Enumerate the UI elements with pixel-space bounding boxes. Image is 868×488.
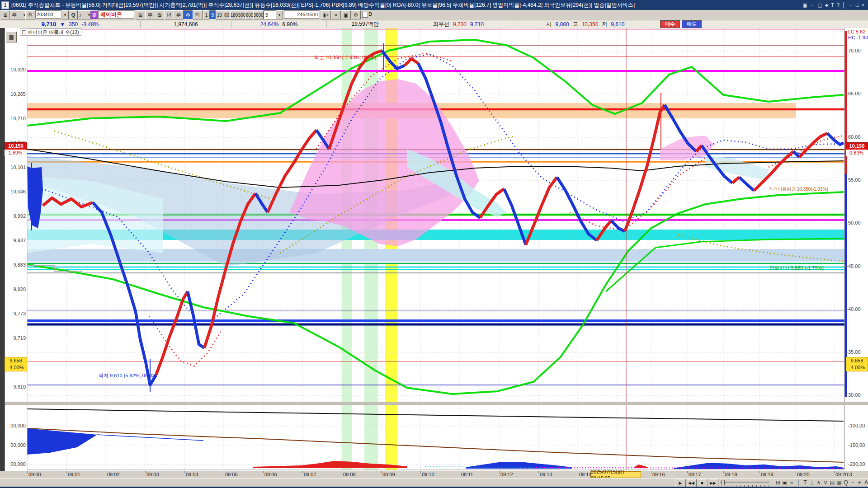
volume-profile-icon[interactable]: ▦ <box>6 32 17 42</box>
time-tick <box>302 471 303 473</box>
high-annotation: 최고 10,350 (-1.93%, 09:09) <box>314 54 377 61</box>
right-axis-tick <box>845 309 848 310</box>
copy-window-icon[interactable]: ▢ <box>818 2 822 8</box>
interval-button-180[interactable]: 180 <box>230 10 238 19</box>
pin-icon[interactable]: ♣ <box>825 2 828 8</box>
prev-stock-button[interactable]: 전 <box>25 10 35 19</box>
time-tick <box>687 471 688 473</box>
period-button-7[interactable]: 틱 <box>193 10 203 19</box>
interval-button-5[interactable]: 5 <box>209 10 216 19</box>
interval-button-3600[interactable]: 3600 <box>253 10 264 19</box>
time-tick <box>460 471 460 473</box>
indicator-label-chip[interactable]: 에이비온 매물대 수(13) <box>20 28 81 36</box>
interval-button-600[interactable]: 600 <box>245 10 254 19</box>
time-label: 09:07 <box>304 472 316 477</box>
stock-name-field[interactable]: 에이비온 <box>98 10 134 19</box>
d-checkbox[interactable] <box>362 12 368 18</box>
time-tick <box>184 471 185 473</box>
right-axis-label: 30.00 <box>848 392 868 398</box>
right-axis-tick <box>845 94 848 94</box>
high-price: 10,350 <box>582 21 599 28</box>
value-cell: 19,597백만 <box>327 21 404 28</box>
low-limit-badge-right: 9,658 <box>846 357 868 365</box>
sub-right-axis-label: -200,00 <box>848 461 868 467</box>
time-tick <box>723 471 724 473</box>
interval-button-1[interactable]: 1 <box>203 10 210 19</box>
interval-button-10[interactable]: 10 <box>216 10 223 19</box>
rewind-icon[interactable]: ◀◀ <box>686 479 697 487</box>
time-label: 09:06 <box>264 472 277 477</box>
popout-icon[interactable]: ▣ <box>802 2 807 8</box>
time-label: 09:19 <box>761 472 774 477</box>
left-collapsed-panel[interactable] <box>0 28 5 471</box>
open-label: 시 <box>547 20 552 28</box>
time-label: 09:14 <box>579 472 592 477</box>
line-style-icon[interactable]: ≈ <box>331 10 341 19</box>
interval-button-60[interactable]: 60 <box>223 10 231 19</box>
layout-icon[interactable]: ⊞ <box>1 10 10 19</box>
time-label: 09:18 <box>725 472 737 477</box>
right-axis-tick <box>845 223 848 223</box>
time-tick <box>27 471 28 473</box>
price-change-arrow: ▼ <box>60 21 65 28</box>
buy-button[interactable]: 매수 <box>660 20 680 28</box>
open-price: 9,880 <box>556 21 569 28</box>
close-icon[interactable]: × <box>862 2 864 8</box>
shrink-icon[interactable]: － <box>810 2 815 9</box>
time-label: 09:16 <box>652 472 665 477</box>
high-label: 고 <box>573 20 578 28</box>
time-label: 09:01 <box>68 472 80 477</box>
time-tick <box>342 471 342 473</box>
indicator-label: 에이비온 매물대 수(13) <box>28 29 79 36</box>
sub-right-axis-label: -100,00 <box>848 423 868 429</box>
chart-toolbar: ⊞ 주▼ 전 ▼ Q ♪▼ 증 에이비온 5 ▼ 245/4500 ▮+ ≈ ▣… <box>0 10 868 20</box>
help-icon[interactable]: ? <box>837 2 840 8</box>
play-icon[interactable]: ▶ <box>675 479 686 487</box>
bottom-toolbar: ▶◀◀■▶▶⊞▣≈│T⊥∧v▤▦Q−+A <box>0 478 868 487</box>
bar-count-field[interactable]: 245/4500 <box>284 10 319 19</box>
interval-button-300[interactable]: 300 <box>238 10 246 19</box>
font-size-icon[interactable]: A <box>862 479 868 486</box>
sell-button[interactable]: 매도 <box>682 20 702 28</box>
search-icon[interactable]: Q <box>69 10 78 19</box>
left-axis-label: 10,101 <box>5 164 26 170</box>
stock-code-input[interactable] <box>35 10 61 19</box>
low-price: 9,610 <box>611 21 624 28</box>
save-icon[interactable]: ▣ <box>341 10 351 19</box>
main-chart[interactable]: ▦ 에이비온 매물대 수(13) 10,32010,26510,21010,15… <box>0 28 868 478</box>
code-dropdown-icon[interactable]: ▼ <box>61 10 69 19</box>
period-button-1[interactable]: 일 <box>136 10 146 19</box>
candle-style-icon[interactable]: ▮+ <box>321 10 331 19</box>
low-label: 저 <box>602 20 607 28</box>
period-button-3[interactable]: 월 <box>155 10 165 19</box>
period-button-2[interactable]: 주 <box>145 10 155 19</box>
minimize-icon[interactable]: － <box>848 2 853 9</box>
quote-bar: 9,710 ▼ 350 -3.48% 1,974,606 24.64% 6.90… <box>0 20 868 28</box>
period-button-5[interactable]: 분 <box>174 10 184 19</box>
tick-count-dropdown-icon[interactable]: ▼ <box>276 10 283 19</box>
best-quote-cell: 최우선 9,730 9,710 <box>404 21 513 28</box>
time-axis: 2025/07/15(화) 09:15:05 09:0009:0109:0209… <box>0 471 868 479</box>
right-axis-tick <box>845 395 848 395</box>
best-label: 최우선 <box>433 20 449 28</box>
time-tick <box>106 471 106 473</box>
hc-label: HC:-1.93 <box>848 35 868 40</box>
fast-forward-icon[interactable]: ▶▶ <box>708 479 718 487</box>
left-axis-label: 10,320 <box>5 67 26 73</box>
period-button-4[interactable]: 년 <box>164 10 174 19</box>
time-label: 09:20 <box>797 472 810 477</box>
title-bar[interactable]: 1 [0601] 주식종합차트 - 유통비율[56.0] 거래대금[19,597… <box>0 0 868 10</box>
speed-slider[interactable] <box>720 482 769 483</box>
trade-value: 19,597백만 <box>352 20 379 28</box>
current-price-badge-left: 10,150 <box>5 142 27 150</box>
time-label: 09:10 <box>422 472 434 477</box>
font-icon[interactable]: T <box>831 2 834 8</box>
screen-number-badge: 1 <box>1 1 9 9</box>
low-limit-badge-left: 9,658 <box>5 357 27 365</box>
settings-gear-icon[interactable]: ⚙ <box>351 10 361 19</box>
indicator-checkbox[interactable] <box>22 30 26 34</box>
maximize-icon[interactable]: □ <box>856 2 859 8</box>
stop-icon[interactable]: ■ <box>697 479 708 487</box>
period-button-6[interactable]: 초 <box>183 10 193 19</box>
right-axis-tick <box>845 137 848 137</box>
